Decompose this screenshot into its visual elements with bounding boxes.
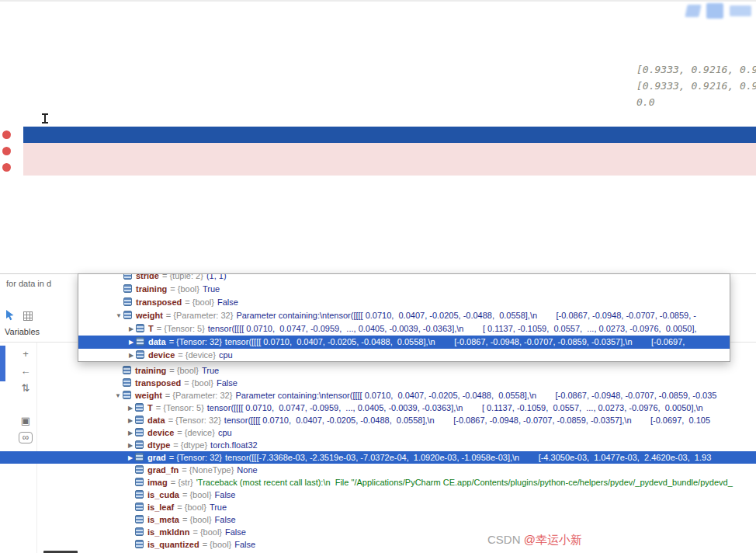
expand-arrow-icon[interactable]: ▶ [127,349,136,362]
breakpoint-gutter[interactable] [0,78,23,94]
popup-variable-row[interactable]: ▶T= {Tensor: 5}tensor([[[[ 0.0710, 0.074… [78,322,730,336]
breakpoint-gutter[interactable] [0,12,23,29]
watermark-handle: @幸运小新 [524,533,582,546]
collapse-arrow-icon[interactable]: ▼ [114,309,123,322]
variable-value: True [203,284,220,294]
variable-value: tensor([[[[ 0.0710, 0.0407, -0.0205, -0.… [224,416,710,425]
add-watch-icon[interactable]: + [17,348,34,360]
code-line-body[interactable]: imgs, targets = dataimgs: tensor([[[[0.9… [23,78,756,94]
code-line-body[interactable]: optim.step() [23,159,756,176]
variable-type: = {str} [171,478,193,487]
popup-variable-row[interactable]: ▶device= {device}cpu [78,349,730,362]
breakpoint-gutter[interactable] [0,110,23,127]
code-line: outputs = tudui(imgs)outputs: tensor([[ … [0,94,756,110]
variable-value: None [237,465,257,475]
expand-arrow-icon[interactable]: ▶ [126,402,135,414]
variable-value: False [234,540,255,549]
variable-row[interactable]: is_meta= {bool}False [0,513,756,526]
field-icon [135,403,144,412]
layout-grid-icon[interactable] [23,311,33,321]
code-line-breakpoint: result_loss.backward() [0,143,756,159]
field-icon [135,465,144,474]
popup-variable-row[interactable]: training= {bool}True [78,283,730,296]
breakpoint-gutter[interactable] [0,159,23,176]
variable-row-selected[interactable]: ▶grad= {Tensor: 32}tensor([[[-7.3368e-03… [0,451,756,464]
code-line-breakpoint: optim.step() [0,159,756,176]
variable-name: imag [147,478,168,487]
variable-value: cpu [219,350,233,360]
variable-type: = {dtype} [173,440,207,450]
field-icon [136,324,144,332]
debugger-pointer-icon[interactable] [5,309,16,321]
expand-arrow-icon[interactable]: ▶ [126,452,135,464]
field-icon [135,540,144,548]
code-line-body[interactable]: outputs = tudui(imgs)outputs: tensor([[ … [23,94,756,110]
variable-row[interactable]: training= {bool}True [0,364,756,377]
expand-arrow-icon[interactable]: ▶ [126,415,135,426]
code-editor[interactable]: loss = nn.CrossEntropyLoss()loss: CrossE… [0,2,756,273]
variable-row[interactable]: is_leaf= {bool}True [0,501,756,513]
breakpoint-gutter[interactable] [0,45,23,61]
variable-row[interactable]: ▶device= {device}cpu [0,426,756,439]
collapse-arrow-icon[interactable]: ▼ [113,390,123,402]
variables-panel-label: Variables [5,327,40,336]
variable-row[interactable]: is_mkldnn= {bool}False [0,526,756,538]
variable-name: dtype [147,440,170,450]
variable-row[interactable]: transposed= {bool}False [0,377,756,389]
code-line: tudui = Tudui()tudui: Tudui(\n (model1):… [0,29,756,45]
field-icon [135,503,144,511]
variable-row[interactable]: grad_fn= {NoneType}None [0,464,756,476]
popup-variable-row-selected[interactable]: ▶data= {Tensor: 32}tensor([[[[ 0.0710, 0… [78,336,730,349]
code-line-body[interactable]: result_loss = loss(outputs, targets)resu… [23,110,756,127]
variable-row[interactable]: ▼weight= {Parameter: 32}Parameter contai… [0,389,756,402]
breakpoint-gutter[interactable] [0,61,23,78]
code-line: imgs, targets = dataimgs: tensor([[[[0.9… [0,78,756,94]
breakpoint-icon[interactable] [2,130,11,139]
variable-row[interactable]: is_cuda= {bool}False [0,489,756,501]
field-icon [135,428,144,436]
code-line-body[interactable]: optim = torch.optim.SGD(tudui.parameters… [23,45,756,61]
breakpoint-gutter[interactable] [0,29,23,45]
variable-row[interactable]: imag= {str}'Traceback (most recent call … [0,476,756,489]
variable-row[interactable]: is_quantized= {bool}False [0,538,756,551]
breakpoint-gutter[interactable] [0,127,23,143]
breakpoint-icon[interactable] [2,147,11,155]
breakpoint-gutter[interactable] [0,94,23,110]
variable-row[interactable]: ▶T= {Tensor: 5}tensor([[[[ 0.0710, 0.074… [0,402,756,414]
variable-name: training [135,366,166,375]
expand-arrow-icon[interactable]: ▶ [126,427,135,439]
code-line-body[interactable]: optim.zero_grad() [23,127,756,143]
code-line: for data in dataloader:data: [tensor([[[… [0,61,756,78]
code-line-body[interactable]: result_loss.backward() [23,143,756,159]
variable-type: = {device} [177,428,215,437]
variable-name: is_mkldnn [147,527,189,537]
code-line-body[interactable]: tudui = Tudui()tudui: Tudui(\n (model1):… [23,29,756,45]
variable-value: True [210,503,227,512]
variable-value: False [215,515,236,524]
popup-variable-row[interactable]: ▼weight= {Parameter: 32}Parameter contai… [78,309,730,322]
variable-row[interactable]: ▶dtype= {dtype}torch.float32 [0,439,756,451]
code-line-body[interactable]: for data in dataloader:data: [tensor([[[… [23,61,756,78]
expand-arrow-icon[interactable]: ▶ [127,336,136,349]
popup-variable-row[interactable]: stride= {tuple: 2}(1, 1) [78,273,730,283]
variable-type: = {Tensor: 5} [157,324,205,333]
variable-name: weight [136,311,163,320]
code-line-current-execution: optim.zero_grad() [0,127,756,143]
expand-arrow-icon[interactable]: ▶ [127,322,136,336]
breakpoint-gutter[interactable] [0,143,23,159]
variable-value: False [217,297,238,307]
variable-inspect-popup: stride= {tuple: 2}(1, 1) training= {bool… [78,273,730,362]
variable-name: data [148,337,166,346]
breakpoint-icon[interactable] [2,163,11,172]
code-line-body[interactable]: loss = nn.CrossEntropyLoss()loss: CrossE… [23,12,756,29]
popup-variable-row[interactable]: transposed= {bool}False [78,296,730,309]
variable-type: = {device} [178,350,216,360]
field-icon [123,297,132,306]
variable-row[interactable]: ▶data= {Tensor: 32}tensor([[[[ 0.0710, 0… [0,414,756,426]
field-icon [136,350,144,359]
variable-type: = {bool} [177,503,206,512]
field-icon [136,337,144,346]
variable-name: stride [136,273,159,280]
expand-arrow-icon[interactable]: ▶ [126,440,135,451]
variable-type: = {Tensor: 32} [169,453,222,462]
